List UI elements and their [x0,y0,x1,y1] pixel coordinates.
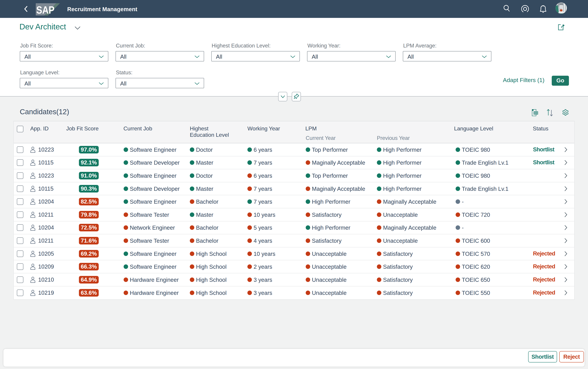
svg-text:SAP: SAP [36,4,54,15]
